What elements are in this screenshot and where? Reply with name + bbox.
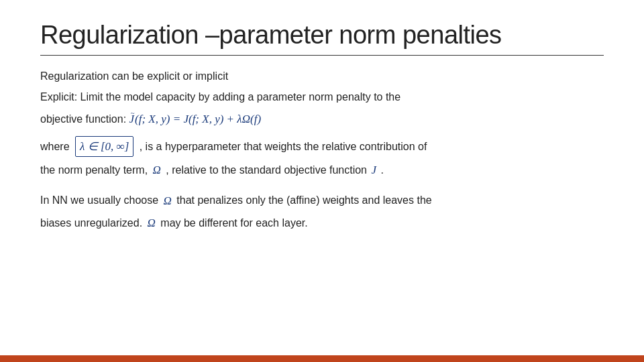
where-suffix: , is a hyperparameter that weights the r…: [140, 138, 427, 156]
formula-lambda: λ ∈ [0, ∞]: [75, 136, 133, 157]
formula-j: J: [371, 161, 376, 179]
biases-prefix: biases unregularized.: [40, 215, 142, 232]
line-biases: biases unregularized. Ω may be different…: [40, 214, 604, 232]
slide-title: Regularization –parameter norm penalties: [40, 21, 604, 50]
line-norm-penalty: the norm penalty term, Ω , relative to t…: [40, 161, 604, 179]
slide: Regularization –parameter norm penalties…: [0, 0, 644, 362]
formula-omega1: Ω: [153, 161, 161, 179]
formula-omega2: Ω: [164, 192, 172, 210]
line-regularization-intro: Regularization can be explicit or implic…: [40, 68, 604, 85]
norm-suffix: , relative to the standard objective fun…: [166, 162, 367, 179]
biases-suffix: may be different for each layer.: [160, 215, 307, 232]
line-nn-choose: In NN we usually choose Ω that penalizes…: [40, 192, 604, 210]
title-divider: [40, 55, 604, 56]
norm-end: .: [380, 162, 383, 179]
formula-omega3: Ω: [148, 214, 156, 232]
bottom-accent-bar: [0, 355, 644, 362]
nn-suffix: that penalizes only the (affine) weights…: [176, 192, 431, 209]
line-objective: objective function: ~J (f; X, y) = J(f; …: [40, 110, 604, 128]
line-where: where λ ∈ [0, ∞] , is a hyperparameter t…: [40, 136, 604, 157]
tilde-j-symbol: ~J: [129, 110, 135, 128]
norm-prefix: the norm penalty term,: [40, 162, 148, 179]
objective-prefix: objective function:: [40, 111, 126, 128]
line-explicit: Explicit: Limit the model capacity by ad…: [40, 88, 604, 106]
nn-prefix: In NN we usually choose: [40, 192, 158, 209]
formula-objective: ~J (f; X, y) = J(f; X, y) + λΩ(f): [129, 110, 262, 128]
where-label: where: [40, 138, 70, 156]
